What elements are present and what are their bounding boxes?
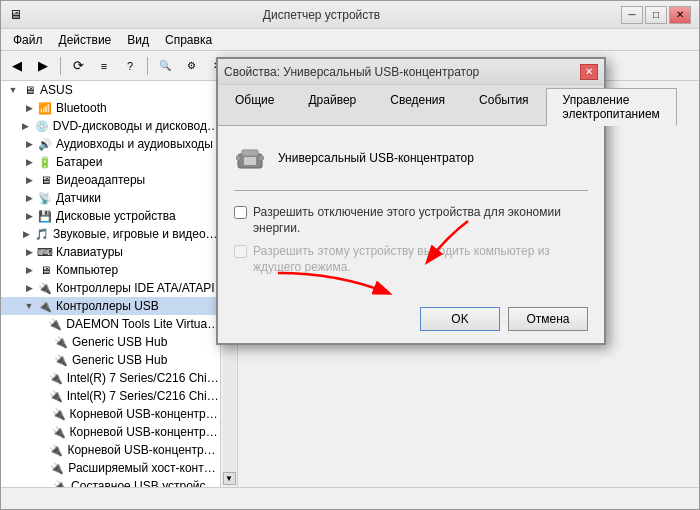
tree-sensors[interactable]: ▶ 📡 Датчики xyxy=(1,189,220,207)
tree-computer[interactable]: ▶ 🖥 Компьютер xyxy=(1,261,220,279)
svg-rect-1 xyxy=(242,150,258,156)
maximize-button[interactable]: □ xyxy=(645,6,667,24)
svg-rect-2 xyxy=(236,156,240,160)
expander-ide[interactable]: ▶ xyxy=(21,280,37,296)
scrollbar-down[interactable]: ▼ xyxy=(223,472,236,485)
dialog-content: Универсальный USB-концентратор Разрешить… xyxy=(218,126,604,299)
close-button[interactable]: ✕ xyxy=(669,6,691,24)
tab-power[interactable]: Управление электропитанием xyxy=(546,88,677,126)
tree-generic-hub-1[interactable]: ▶ 🔌 Generic USB Hub xyxy=(1,333,220,351)
tree-intel-2[interactable]: ▶ 🔌 Intel(R) 7 Series/C216 Chipset Fa xyxy=(1,387,220,405)
tree-root-hub-2[interactable]: ▶ 🔌 Корневой USB-концентратор xyxy=(1,423,220,441)
sound-label: Звуковые, игровые и видеоустройс xyxy=(53,227,220,241)
expander-audio[interactable]: ▶ xyxy=(21,136,37,152)
menu-help[interactable]: Справка xyxy=(157,31,220,49)
ext-host-label: Расширяемый хост-контролле xyxy=(68,461,220,475)
toolbar-separator-2 xyxy=(147,57,148,75)
dialog-title-bar: Свойства: Универсальный USB-концентратор… xyxy=(218,59,604,85)
expander-batteries[interactable]: ▶ xyxy=(21,154,37,170)
dialog-footer: OK Отмена xyxy=(218,299,604,343)
window-icon: 🖥 xyxy=(9,7,22,22)
menu-action[interactable]: Действие xyxy=(51,31,120,49)
minimize-button[interactable]: ─ xyxy=(621,6,643,24)
device-tree[interactable]: ▼ 🖥 ASUS ▶ 📶 Bluetooth ▶ 💿 DVD-дисководы… xyxy=(1,81,221,487)
help-button[interactable]: ? xyxy=(118,55,142,77)
hub2-label: Generic USB Hub xyxy=(72,353,167,367)
menu-bar: Файл Действие Вид Справка xyxy=(1,29,699,51)
tree-ext-host[interactable]: ▶ 🔌 Расширяемый хост-контролле xyxy=(1,459,220,477)
expander-disk[interactable]: ▶ xyxy=(21,208,37,224)
dvd-icon: 💿 xyxy=(34,118,50,134)
dialog-close-button[interactable]: ✕ xyxy=(580,64,598,80)
scan-button[interactable]: 🔍 xyxy=(153,55,177,77)
refresh-button[interactable]: ⟳ xyxy=(66,55,90,77)
tree-root-hub-3[interactable]: ▶ 🔌 Корневой USB-концентратор (x xyxy=(1,441,220,459)
expander-sound[interactable]: ▶ xyxy=(18,226,34,242)
ide-label: Контроллеры IDE ATA/ATAPI xyxy=(56,281,215,295)
root-hub1-icon: 🔌 xyxy=(51,406,67,422)
tree-bluetooth[interactable]: ▶ 📶 Bluetooth xyxy=(1,99,220,117)
tree-generic-hub-2[interactable]: ▶ 🔌 Generic USB Hub xyxy=(1,351,220,369)
intel1-icon: 🔌 xyxy=(48,370,64,386)
expander-computer[interactable]: ▶ xyxy=(21,262,37,278)
root-hub1-label: Корневой USB-концентратор xyxy=(70,407,220,421)
dialog-title: Свойства: Универсальный USB-концентратор xyxy=(224,65,479,79)
sound-icon: 🎵 xyxy=(34,226,50,242)
tree-batteries[interactable]: ▶ 🔋 Батареи xyxy=(1,153,220,171)
hub1-icon: 🔌 xyxy=(53,334,69,350)
keyboard-icon: ⌨ xyxy=(37,244,53,260)
status-bar xyxy=(1,487,699,509)
wakeup-checkbox[interactable] xyxy=(234,245,247,258)
title-bar: 🖥 Диспетчер устройств ─ □ ✕ xyxy=(1,1,699,29)
ok-button[interactable]: OK xyxy=(420,307,500,331)
svg-rect-4 xyxy=(244,157,256,165)
forward-button[interactable]: ▶ xyxy=(31,55,55,77)
tree-dvd[interactable]: ▶ 💿 DVD-дисководы и дисководы компа xyxy=(1,117,220,135)
tree-root-hub-1[interactable]: ▶ 🔌 Корневой USB-концентратор xyxy=(1,405,220,423)
hub1-label: Generic USB Hub xyxy=(72,335,167,349)
tab-events[interactable]: События xyxy=(462,88,546,125)
menu-file[interactable]: Файл xyxy=(5,31,51,49)
tab-driver[interactable]: Драйвер xyxy=(291,88,373,125)
driver-button[interactable]: ⚙ xyxy=(179,55,203,77)
properties-button[interactable]: ≡ xyxy=(92,55,116,77)
computer-node-icon: 🖥 xyxy=(37,262,53,278)
root-label: ASUS xyxy=(40,83,73,97)
intel2-icon: 🔌 xyxy=(48,388,64,404)
expander-root[interactable]: ▼ xyxy=(5,82,21,98)
cancel-button[interactable]: Отмена xyxy=(508,307,588,331)
device-header: Универсальный USB-концентратор xyxy=(234,142,588,174)
tree-daemon[interactable]: ▶ 🔌 DAEMON Tools Lite Virtual USB B xyxy=(1,315,220,333)
tree-intel-1[interactable]: ▶ 🔌 Intel(R) 7 Series/C216 Chipset Fa xyxy=(1,369,220,387)
expander-bluetooth[interactable]: ▶ xyxy=(21,100,37,116)
tab-details[interactable]: Сведения xyxy=(373,88,462,125)
usb-controllers-icon: 🔌 xyxy=(37,298,53,314)
intel2-label: Intel(R) 7 Series/C216 Chipset Fa xyxy=(67,389,220,403)
tree-video[interactable]: ▶ 🖥 Видеоадаптеры xyxy=(1,171,220,189)
usb-controllers-label: Контроллеры USB xyxy=(56,299,159,313)
sensor-icon: 📡 xyxy=(37,190,53,206)
tree-root[interactable]: ▼ 🖥 ASUS xyxy=(1,81,220,99)
expander-video[interactable]: ▶ xyxy=(21,172,37,188)
back-button[interactable]: ◀ xyxy=(5,55,29,77)
tab-general[interactable]: Общие xyxy=(218,88,291,125)
tree-ide[interactable]: ▶ 🔌 Контроллеры IDE ATA/ATAPI xyxy=(1,279,220,297)
expander-keyboards[interactable]: ▶ xyxy=(21,244,37,260)
menu-view[interactable]: Вид xyxy=(119,31,157,49)
tree-sound[interactable]: ▶ 🎵 Звуковые, игровые и видеоустройс xyxy=(1,225,220,243)
tree-keyboards[interactable]: ▶ ⌨ Клавиатуры xyxy=(1,243,220,261)
tree-usb-controllers[interactable]: ▼ 🔌 Контроллеры USB xyxy=(1,297,220,315)
composite1-label: Составное USB устройство xyxy=(71,479,220,487)
daemon-label: DAEMON Tools Lite Virtual USB B xyxy=(66,317,220,331)
daemon-icon: 🔌 xyxy=(47,316,63,332)
expander-sensors[interactable]: ▶ xyxy=(21,190,37,206)
expander-dvd[interactable]: ▶ xyxy=(18,118,34,134)
tree-composite-1[interactable]: ▶ 🔌 Составное USB устройство xyxy=(1,477,220,487)
video-icon: 🖥 xyxy=(37,172,53,188)
root-hub3-icon: 🔌 xyxy=(48,442,64,458)
expander-usb[interactable]: ▼ xyxy=(21,298,37,314)
batteries-label: Батареи xyxy=(56,155,102,169)
tree-audio[interactable]: ▶ 🔊 Аудиовходы и аудиовыходы xyxy=(1,135,220,153)
tree-disk[interactable]: ▶ 💾 Дисковые устройства xyxy=(1,207,220,225)
power-save-checkbox[interactable] xyxy=(234,206,247,219)
